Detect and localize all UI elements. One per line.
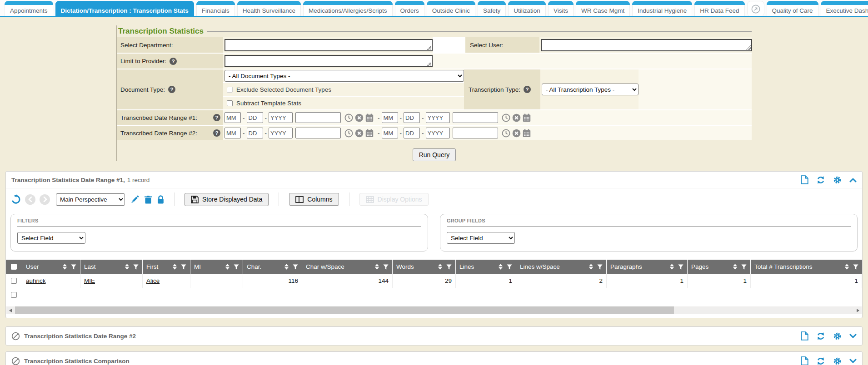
filter-funnel-icon[interactable] [181, 264, 186, 270]
lock-icon[interactable] [157, 195, 164, 204]
column-header-lines[interactable]: Lines [456, 260, 516, 274]
tab-health-surveillance[interactable]: Health Surveillance [237, 1, 301, 16]
sort-icon[interactable] [63, 264, 67, 270]
range1-end-year-input[interactable] [426, 112, 450, 123]
column-header-total-transcriptions[interactable]: Total # Transcriptions [751, 260, 862, 274]
range1-start-day-input[interactable] [247, 112, 263, 123]
filter-funnel-icon[interactable] [507, 264, 512, 270]
filter-funnel-icon[interactable] [446, 264, 452, 270]
tab-hr-data-feed[interactable]: HR Data Feed [694, 1, 744, 16]
tab-financials[interactable]: Financials [196, 1, 235, 16]
range2-start-month-input[interactable] [224, 128, 241, 138]
help-icon[interactable]: ? [168, 86, 175, 93]
column-header-char[interactable]: Char. [243, 260, 302, 274]
select-user-input[interactable] [541, 39, 752, 51]
range2-end-month-input[interactable] [382, 128, 398, 138]
range1-start-year-input[interactable] [269, 112, 293, 123]
column-header-user[interactable]: User [22, 260, 80, 274]
clear-date-icon[interactable] [512, 113, 521, 122]
range1-start-month-input[interactable] [224, 112, 241, 123]
refresh-icon[interactable] [816, 176, 825, 184]
undo-icon[interactable] [10, 194, 21, 204]
clear-date-icon[interactable] [512, 129, 521, 138]
range2-start-time-input[interactable] [295, 128, 341, 138]
sort-icon[interactable] [225, 264, 229, 270]
clock-icon[interactable] [502, 113, 510, 122]
filter-funnel-icon[interactable] [741, 264, 747, 270]
document-type-select[interactable]: - All Document Types - [224, 70, 464, 82]
collapse-chevron-up-icon[interactable] [849, 178, 857, 182]
range2-start-day-input[interactable] [247, 128, 263, 138]
delete-trash-icon[interactable] [145, 195, 152, 204]
filters-select-field[interactable]: Select Field [17, 232, 85, 244]
filter-funnel-icon[interactable] [853, 264, 858, 270]
range1-end-day-input[interactable] [404, 112, 420, 123]
column-header-paragraphs[interactable]: Paragraphs [607, 260, 688, 274]
horizontal-scrollbar[interactable] [6, 306, 862, 314]
refresh-icon[interactable] [816, 357, 825, 365]
tab-orders[interactable]: Orders [395, 1, 424, 16]
help-icon[interactable]: ? [213, 129, 220, 137]
column-header-lines-w-space[interactable]: Lines w/Space [516, 260, 607, 274]
sort-icon[interactable] [125, 264, 129, 270]
gear-icon[interactable] [833, 176, 842, 184]
clock-icon[interactable] [344, 129, 353, 138]
range2-end-year-input[interactable] [426, 128, 450, 138]
sort-icon[interactable] [733, 264, 737, 270]
first-name-link[interactable]: Alice [143, 274, 190, 288]
range2-start-year-input[interactable] [269, 128, 293, 138]
clock-icon[interactable] [344, 113, 353, 122]
filter-funnel-icon[interactable] [383, 264, 389, 270]
sort-icon[interactable] [284, 264, 289, 270]
gear-icon[interactable] [833, 332, 842, 340]
clock-icon[interactable] [502, 129, 510, 138]
tab-appointments[interactable]: Appointments [5, 1, 53, 16]
calendar-icon[interactable] [523, 129, 531, 138]
calendar-icon[interactable] [365, 129, 374, 138]
range1-end-month-input[interactable] [382, 112, 398, 123]
expand-chevron-down-icon[interactable] [849, 359, 857, 364]
tab-safety[interactable]: Safety [478, 1, 506, 16]
tab-medications-allergies-scripts[interactable]: Medications/Allergies/Scripts [303, 1, 393, 16]
tab-outside-clinic[interactable]: Outside Clinic [427, 1, 475, 16]
store-displayed-data-button[interactable]: Store Displayed Data [185, 193, 269, 206]
column-header-mi[interactable]: MI [190, 260, 243, 274]
sort-icon[interactable] [670, 264, 674, 270]
tab-industrial-hygiene[interactable]: Industrial Hygiene [632, 1, 692, 16]
scroll-right-icon[interactable] [854, 306, 862, 314]
new-document-icon[interactable] [801, 356, 808, 365]
subtract-template-stats-checkbox[interactable] [227, 100, 233, 106]
column-header-first[interactable]: First [143, 260, 190, 274]
limit-to-provider-input[interactable] [224, 55, 433, 67]
sort-icon[interactable] [499, 264, 503, 270]
scrollbar-thumb[interactable] [15, 306, 674, 314]
select-department-input[interactable] [224, 39, 433, 51]
row-checkbox[interactable] [11, 292, 17, 298]
range2-end-time-input[interactable] [453, 128, 498, 138]
help-icon[interactable]: ? [524, 86, 531, 93]
filter-funnel-icon[interactable] [678, 264, 683, 270]
sort-icon[interactable] [438, 264, 442, 270]
column-header-last[interactable]: Last [80, 260, 143, 274]
scroll-left-icon[interactable] [6, 306, 14, 314]
new-document-icon[interactable] [801, 331, 808, 340]
tab-wr-case-mgmt[interactable]: WR Case Mgmt [576, 1, 630, 16]
expand-chevron-down-icon[interactable] [849, 334, 857, 339]
clear-date-icon[interactable] [355, 113, 364, 122]
last-name-link[interactable]: MIE [80, 274, 143, 288]
group-fields-select-field[interactable]: Select Field [447, 232, 515, 244]
calendar-icon[interactable] [523, 113, 531, 122]
perspective-select[interactable]: Main Perspective [56, 193, 125, 206]
range1-end-time-input[interactable] [453, 112, 498, 123]
calendar-icon[interactable] [365, 113, 374, 122]
column-header-char-w-space[interactable]: Char w/Space [302, 260, 393, 274]
sort-icon[interactable] [173, 264, 177, 270]
columns-button[interactable]: Columns [289, 193, 339, 206]
tab-visits[interactable]: Visits [548, 1, 574, 16]
filter-funnel-icon[interactable] [597, 264, 603, 270]
tab-utilization[interactable]: Utilization [508, 1, 546, 16]
help-icon[interactable]: ? [213, 114, 220, 121]
sort-icon[interactable] [589, 264, 593, 270]
select-all-checkbox[interactable] [11, 264, 17, 270]
refresh-icon[interactable] [816, 332, 825, 340]
